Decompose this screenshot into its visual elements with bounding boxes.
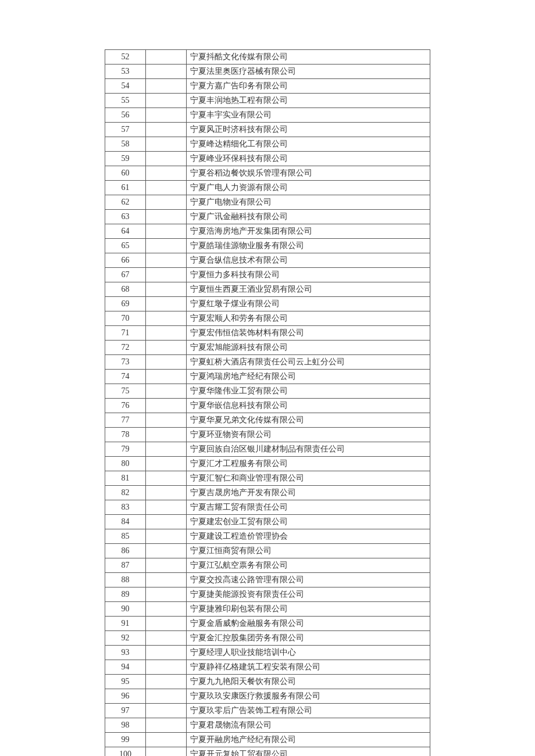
row-blank: [146, 428, 187, 442]
table-row: 88宁夏交投高速公路管理有限公司: [105, 573, 430, 587]
row-blank: [146, 311, 187, 326]
row-index: 62: [105, 195, 146, 210]
company-name: 宁夏峰达精细化工有限公司: [187, 137, 430, 152]
table-row: 58宁夏峰达精细化工有限公司: [105, 137, 430, 152]
table-row: 77宁夏华夏兄弟文化传媒有限公司: [105, 413, 430, 428]
company-name: 宁夏方嘉广告印务有限公司: [187, 79, 430, 94]
row-blank: [146, 617, 187, 631]
row-index: 58: [105, 137, 146, 152]
table-row: 66宁夏合纵信息技术有限公司: [105, 253, 430, 268]
row-blank: [146, 210, 187, 224]
row-index: 81: [105, 471, 146, 486]
table-row: 64宁夏浩海房地产开发集团有限公司: [105, 224, 430, 239]
row-blank: [146, 646, 187, 660]
row-index: 68: [105, 282, 146, 297]
row-blank: [146, 166, 187, 181]
company-table: 52宁夏抖酷文化传媒有限公司53宁夏法里奥医疗器械有限公司54宁夏方嘉广告印务有…: [105, 49, 430, 756]
table-row: 78宁夏环亚物资有限公司: [105, 428, 430, 442]
company-name: 宁夏广讯金融科技有限公司: [187, 210, 430, 224]
row-blank: [146, 399, 187, 413]
row-index: 53: [105, 65, 146, 79]
row-index: 72: [105, 341, 146, 355]
row-index: 99: [105, 733, 146, 747]
company-name: 宁夏经理人职业技能培训中心: [187, 646, 430, 660]
table-row: 81宁夏汇智仁和商业管理有限公司: [105, 471, 430, 486]
table-row: 95宁夏九九艳阳天餐饮有限公司: [105, 675, 430, 689]
company-name: 宁夏合纵信息技术有限公司: [187, 253, 430, 268]
table-row: 80宁夏汇才工程服务有限公司: [105, 457, 430, 471]
row-index: 73: [105, 355, 146, 370]
table-row: 92宁夏金汇控股集团劳务有限公司: [105, 631, 430, 646]
row-index: 96: [105, 689, 146, 704]
row-index: 65: [105, 239, 146, 253]
row-index: 60: [105, 166, 146, 181]
company-name: 宁夏浩海房地产开发集团有限公司: [187, 224, 430, 239]
row-index: 54: [105, 79, 146, 94]
table-row: 56宁夏丰宇实业有限公司: [105, 108, 430, 123]
row-index: 85: [105, 529, 146, 544]
company-name: 宁夏华嵌信息科技有限公司: [187, 399, 430, 413]
company-name: 宁夏丰宇实业有限公司: [187, 108, 430, 123]
table-row: 99宁夏开融房地产经纪有限公司: [105, 733, 430, 747]
table-row: 65宁夏皓瑞佳源物业服务有限公司: [105, 239, 430, 253]
table-row: 60宁夏谷稻边餐饮娱乐管理有限公司: [105, 166, 430, 181]
company-name: 宁夏开元复始工贸有限公司: [187, 747, 430, 757]
row-index: 75: [105, 384, 146, 399]
company-name: 宁夏谷稻边餐饮娱乐管理有限公司: [187, 166, 430, 181]
table-row: 89宁夏捷美能源投资有限责任公司: [105, 587, 430, 602]
table-row: 73宁夏虹桥大酒店有限责任公司云上虹分公司: [105, 355, 430, 370]
row-blank: [146, 515, 187, 529]
table-row: 97宁夏玖零后广告装饰工程有限公司: [105, 704, 430, 718]
company-table-wrap: 52宁夏抖酷文化传媒有限公司53宁夏法里奥医疗器械有限公司54宁夏方嘉广告印务有…: [105, 49, 430, 756]
row-blank: [146, 573, 187, 587]
company-name: 宁夏虹桥大酒店有限责任公司云上虹分公司: [187, 355, 430, 370]
table-row: 100宁夏开元复始工贸有限公司: [105, 747, 430, 757]
table-row: 72宁夏宏旭能源科技有限公司: [105, 341, 430, 355]
company-name: 宁夏静祥亿格建筑工程安装有限公司: [187, 660, 430, 675]
row-index: 67: [105, 268, 146, 282]
row-blank: [146, 355, 187, 370]
row-index: 91: [105, 617, 146, 631]
table-row: 96宁夏玖玖安康医疗救援服务有限公司: [105, 689, 430, 704]
row-blank: [146, 486, 187, 500]
row-index: 90: [105, 602, 146, 617]
table-row: 62宁夏广电物业有限公司: [105, 195, 430, 210]
company-name: 宁夏开融房地产经纪有限公司: [187, 733, 430, 747]
row-index: 70: [105, 311, 146, 326]
row-index: 94: [105, 660, 146, 675]
table-row: 75宁夏华隆伟业工贸有限公司: [105, 384, 430, 399]
company-name: 宁夏吉耀工贸有限责任公司: [187, 500, 430, 515]
row-blank: [146, 587, 187, 602]
row-index: 63: [105, 210, 146, 224]
row-blank: [146, 94, 187, 108]
row-blank: [146, 341, 187, 355]
row-blank: [146, 297, 187, 311]
row-blank: [146, 689, 187, 704]
row-index: 55: [105, 94, 146, 108]
row-index: 86: [105, 544, 146, 558]
company-name: 宁夏宏顺人和劳务有限公司: [187, 311, 430, 326]
table-row: 84宁夏建宏创业工贸有限公司: [105, 515, 430, 529]
table-row: 76宁夏华嵌信息科技有限公司: [105, 399, 430, 413]
table-row: 54宁夏方嘉广告印务有限公司: [105, 79, 430, 94]
row-blank: [146, 457, 187, 471]
row-index: 84: [105, 515, 146, 529]
row-blank: [146, 137, 187, 152]
table-row: 82宁夏吉晟房地产开发有限公司: [105, 486, 430, 500]
company-name: 宁夏回族自治区银川建材制品有限责任公司: [187, 442, 430, 457]
row-index: 74: [105, 370, 146, 384]
company-name: 宁夏江弘航空票务有限公司: [187, 558, 430, 573]
company-name: 宁夏建宏创业工贸有限公司: [187, 515, 430, 529]
row-blank: [146, 718, 187, 733]
company-name: 宁夏红墩子煤业有限公司: [187, 297, 430, 311]
company-name: 宁夏环亚物资有限公司: [187, 428, 430, 442]
company-name: 宁夏君晟物流有限公司: [187, 718, 430, 733]
company-name: 宁夏汇才工程服务有限公司: [187, 457, 430, 471]
table-row: 71宁夏宏伟恒信装饰材料有限公司: [105, 326, 430, 341]
company-name: 宁夏玖玖安康医疗救援服务有限公司: [187, 689, 430, 704]
company-name: 宁夏捷雅印刷包装有限公司: [187, 602, 430, 617]
row-index: 66: [105, 253, 146, 268]
table-row: 55宁夏丰润地热工程有限公司: [105, 94, 430, 108]
company-name: 宁夏江恒商贸有限公司: [187, 544, 430, 558]
row-index: 97: [105, 704, 146, 718]
